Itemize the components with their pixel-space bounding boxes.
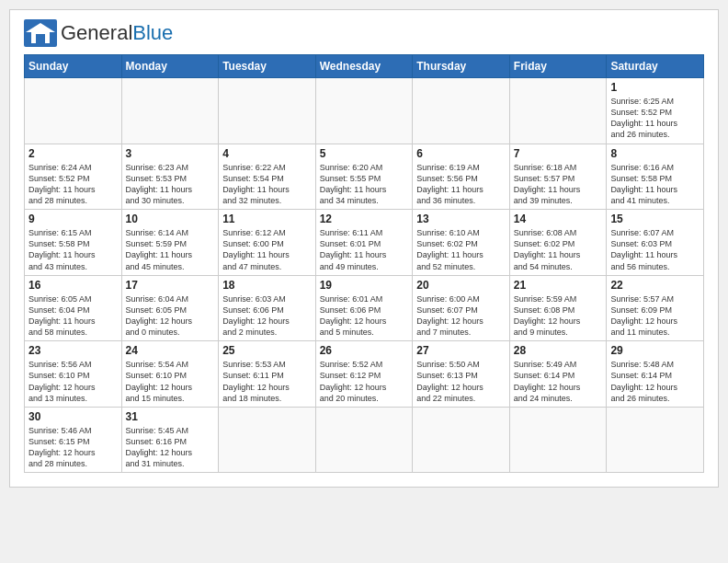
- day-info: Sunrise: 6:07 AMSunset: 6:03 PMDaylight:…: [610, 227, 700, 272]
- table-row: [509, 407, 607, 473]
- table-row: 8Sunrise: 6:16 AMSunset: 5:58 PMDaylight…: [607, 144, 704, 210]
- table-row: [219, 78, 316, 144]
- day-info: Sunrise: 6:20 AMSunset: 5:55 PMDaylight:…: [320, 162, 409, 207]
- table-row: 5Sunrise: 6:20 AMSunset: 5:55 PMDaylight…: [315, 144, 413, 210]
- day-number: 16: [28, 279, 118, 292]
- table-row: 19Sunrise: 6:01 AMSunset: 6:06 PMDayligh…: [315, 275, 413, 341]
- table-row: 26Sunrise: 5:52 AMSunset: 6:12 PMDayligh…: [315, 341, 413, 408]
- day-info: Sunrise: 5:57 AMSunset: 6:09 PMDaylight:…: [610, 293, 700, 339]
- table-row: 22Sunrise: 5:57 AMSunset: 6:09 PMDayligh…: [607, 275, 704, 341]
- day-info: Sunrise: 5:59 AMSunset: 6:08 PMDaylight:…: [514, 293, 603, 339]
- table-row: 4Sunrise: 6:22 AMSunset: 5:54 PMDaylight…: [219, 144, 316, 210]
- table-row: 16Sunrise: 6:05 AMSunset: 6:04 PMDayligh…: [25, 275, 122, 341]
- logo-text: GeneralBlue: [61, 22, 173, 44]
- day-info: Sunrise: 6:14 AMSunset: 5:59 PMDaylight:…: [126, 227, 215, 272]
- day-info: Sunrise: 6:05 AMSunset: 6:04 PMDaylight:…: [28, 293, 118, 339]
- table-row: [413, 407, 510, 473]
- day-number: 21: [514, 279, 603, 292]
- day-info: Sunrise: 6:19 AMSunset: 5:56 PMDaylight:…: [416, 162, 506, 207]
- calendar-table: Sunday Monday Tuesday Wednesday Thursday…: [24, 54, 704, 473]
- table-row: 7Sunrise: 6:18 AMSunset: 5:57 PMDaylight…: [509, 144, 607, 210]
- calendar-page: GeneralBlue Sunday Monday Tuesday Wednes…: [9, 9, 719, 488]
- table-row: 6Sunrise: 6:19 AMSunset: 5:56 PMDaylight…: [413, 144, 510, 210]
- day-number: 30: [28, 410, 118, 423]
- day-number: 2: [28, 147, 118, 160]
- day-number: 26: [320, 344, 409, 357]
- day-info: Sunrise: 6:04 AMSunset: 6:05 PMDaylight:…: [126, 293, 215, 339]
- table-row: 28Sunrise: 5:49 AMSunset: 6:14 PMDayligh…: [509, 341, 607, 408]
- day-number: 19: [320, 279, 409, 292]
- day-number: 8: [610, 147, 700, 160]
- table-row: [25, 78, 122, 144]
- day-info: Sunrise: 6:25 AMSunset: 5:52 PMDaylight:…: [610, 96, 700, 141]
- calendar-week-row: 9Sunrise: 6:15 AMSunset: 5:58 PMDaylight…: [25, 210, 704, 276]
- day-info: Sunrise: 5:48 AMSunset: 6:14 PMDaylight:…: [610, 359, 700, 404]
- svg-rect-2: [36, 34, 45, 43]
- day-number: 7: [514, 147, 603, 160]
- day-number: 28: [514, 344, 603, 357]
- table-row: 29Sunrise: 5:48 AMSunset: 6:14 PMDayligh…: [607, 341, 704, 408]
- day-number: 17: [126, 279, 215, 292]
- day-info: Sunrise: 6:24 AMSunset: 5:52 PMDaylight:…: [28, 162, 118, 207]
- calendar-week-row: 1Sunrise: 6:25 AMSunset: 5:52 PMDaylight…: [25, 78, 704, 144]
- calendar-week-row: 23Sunrise: 5:56 AMSunset: 6:10 PMDayligh…: [25, 341, 704, 408]
- calendar-header-row: Sunday Monday Tuesday Wednesday Thursday…: [25, 55, 704, 78]
- day-number: 24: [126, 344, 215, 357]
- table-row: [607, 407, 704, 473]
- table-row: [121, 78, 219, 144]
- col-monday: Monday: [121, 55, 219, 78]
- table-row: [219, 407, 316, 473]
- logo: GeneralBlue: [24, 19, 173, 47]
- table-row: 1Sunrise: 6:25 AMSunset: 5:52 PMDaylight…: [607, 78, 704, 144]
- table-row: 20Sunrise: 6:00 AMSunset: 6:07 PMDayligh…: [413, 275, 510, 341]
- day-info: Sunrise: 6:01 AMSunset: 6:06 PMDaylight:…: [320, 293, 409, 339]
- table-row: 9Sunrise: 6:15 AMSunset: 5:58 PMDaylight…: [25, 210, 122, 276]
- table-row: 15Sunrise: 6:07 AMSunset: 6:03 PMDayligh…: [607, 210, 704, 276]
- day-info: Sunrise: 6:00 AMSunset: 6:07 PMDaylight:…: [416, 293, 506, 339]
- table-row: 30Sunrise: 5:46 AMSunset: 6:15 PMDayligh…: [25, 407, 122, 473]
- day-number: 12: [320, 213, 409, 225]
- table-row: 13Sunrise: 6:10 AMSunset: 6:02 PMDayligh…: [413, 210, 510, 276]
- day-number: 3: [126, 147, 215, 160]
- table-row: [413, 78, 510, 144]
- day-number: 18: [222, 279, 312, 292]
- day-number: 6: [416, 147, 506, 160]
- day-number: 23: [28, 344, 118, 357]
- day-number: 1: [610, 81, 700, 94]
- day-number: 9: [28, 213, 118, 225]
- table-row: 14Sunrise: 6:08 AMSunset: 6:02 PMDayligh…: [509, 210, 607, 276]
- day-info: Sunrise: 5:52 AMSunset: 6:12 PMDaylight:…: [320, 359, 409, 404]
- day-info: Sunrise: 6:22 AMSunset: 5:54 PMDaylight:…: [222, 162, 312, 207]
- day-info: Sunrise: 5:53 AMSunset: 6:11 PMDaylight:…: [222, 359, 312, 404]
- logo-blue: Blue: [132, 21, 173, 44]
- table-row: [315, 407, 413, 473]
- col-thursday: Thursday: [413, 55, 510, 78]
- logo-wordmark: GeneralBlue: [61, 22, 173, 44]
- day-info: Sunrise: 6:10 AMSunset: 6:02 PMDaylight:…: [416, 227, 506, 272]
- col-wednesday: Wednesday: [315, 55, 413, 78]
- calendar-week-row: 30Sunrise: 5:46 AMSunset: 6:15 PMDayligh…: [25, 407, 704, 473]
- day-number: 15: [610, 213, 700, 225]
- col-friday: Friday: [509, 55, 607, 78]
- col-sunday: Sunday: [25, 55, 122, 78]
- table-row: 27Sunrise: 5:50 AMSunset: 6:13 PMDayligh…: [413, 341, 510, 408]
- day-info: Sunrise: 5:50 AMSunset: 6:13 PMDaylight:…: [416, 359, 506, 404]
- day-info: Sunrise: 6:15 AMSunset: 5:58 PMDaylight:…: [28, 227, 118, 272]
- day-info: Sunrise: 5:54 AMSunset: 6:10 PMDaylight:…: [126, 359, 215, 404]
- table-row: 23Sunrise: 5:56 AMSunset: 6:10 PMDayligh…: [25, 341, 122, 408]
- day-info: Sunrise: 6:03 AMSunset: 6:06 PMDaylight:…: [222, 293, 312, 339]
- day-number: 10: [126, 213, 215, 225]
- day-info: Sunrise: 5:56 AMSunset: 6:10 PMDaylight:…: [28, 359, 118, 404]
- col-tuesday: Tuesday: [219, 55, 316, 78]
- day-number: 11: [222, 213, 312, 225]
- table-row: 12Sunrise: 6:11 AMSunset: 6:01 PMDayligh…: [315, 210, 413, 276]
- logo-icon: [24, 19, 57, 47]
- table-row: 2Sunrise: 6:24 AMSunset: 5:52 PMDaylight…: [25, 144, 122, 210]
- table-row: 25Sunrise: 5:53 AMSunset: 6:11 PMDayligh…: [219, 341, 316, 408]
- day-info: Sunrise: 6:12 AMSunset: 6:00 PMDaylight:…: [222, 227, 312, 272]
- calendar-week-row: 2Sunrise: 6:24 AMSunset: 5:52 PMDaylight…: [25, 144, 704, 210]
- table-row: 3Sunrise: 6:23 AMSunset: 5:53 PMDaylight…: [121, 144, 219, 210]
- day-number: 20: [416, 279, 506, 292]
- table-row: 11Sunrise: 6:12 AMSunset: 6:00 PMDayligh…: [219, 210, 316, 276]
- table-row: [509, 78, 607, 144]
